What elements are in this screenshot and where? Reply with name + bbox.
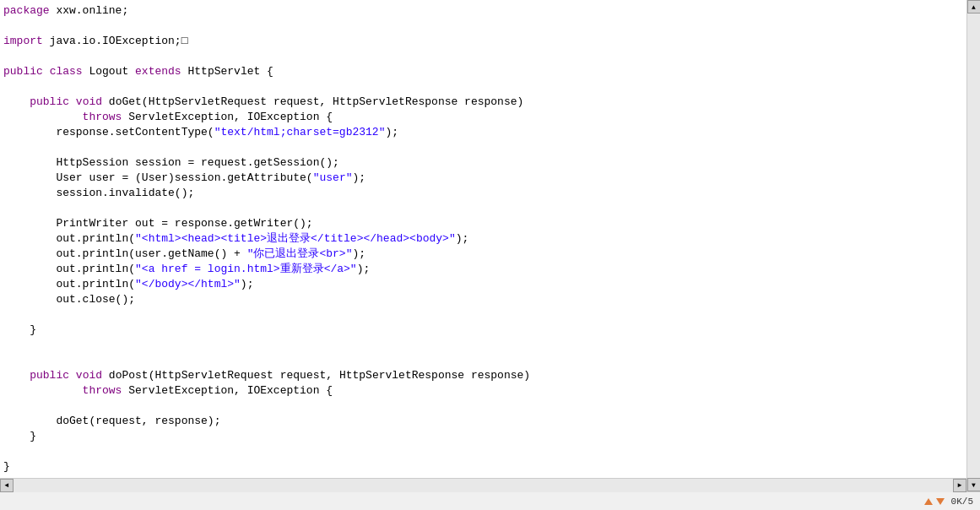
line-content: package xxw.online; [0, 3, 973, 19]
token-plain: out.println( [3, 232, 135, 245]
line-content: session.invalidate(); [0, 186, 973, 201]
token-plain: ); [352, 171, 365, 184]
line-content [0, 79, 973, 95]
line-content: throws ServletException, IOException { [0, 383, 973, 399]
token-plain: PrintWriter out = response.getWriter(); [3, 217, 313, 230]
scroll-down-button[interactable]: ▼ [967, 478, 981, 491]
vertical-scrollbar[interactable]: ▲ ▼ [966, 0, 980, 491]
token-plain: doPost(HttpServletRequest request, HttpS… [102, 369, 530, 382]
token-plain [69, 369, 76, 382]
line-content: doGet(request, response); [0, 414, 973, 429]
status-icons [924, 498, 945, 505]
line-content: User user = (User)session.getAttribute("… [0, 171, 973, 186]
token-plain: ); [456, 232, 469, 245]
line-content: } [0, 429, 973, 444]
line-content: out.println("<html><head><title>退出登录</ti… [0, 231, 973, 247]
code-line: public void doGet(HttpServletRequest req… [0, 95, 980, 110]
token-string: "<html><head><title>退出登录</title></head><… [135, 232, 456, 245]
line-content: public void doGet(HttpServletRequest req… [0, 95, 973, 110]
line-content: throws ServletException, IOException { [0, 110, 973, 125]
line-content [0, 140, 973, 155]
line-content: out.close(); [0, 292, 973, 307]
line-content [0, 201, 973, 216]
scroll-track-h[interactable] [14, 479, 953, 492]
code-line [0, 399, 980, 414]
scroll-up-button[interactable]: ▲ [967, 0, 981, 14]
token-plain: response.setContentType( [3, 126, 214, 138]
token-plain: ); [357, 263, 371, 275]
code-line [0, 79, 980, 95]
code-line: throws ServletException, IOException { [0, 383, 980, 399]
status-counter: 0K/5 [951, 496, 973, 507]
token-string: "</body></html>" [135, 278, 241, 290]
scroll-track-v[interactable] [967, 14, 981, 478]
token-plain [43, 65, 50, 78]
token-string: "text/html;charset=gb2312" [214, 126, 386, 138]
code-lines: package xxw.online; import java.io.IOExc… [0, 3, 980, 491]
token-plain: java.io.IOException; [43, 35, 181, 47]
token-string: "user" [313, 171, 353, 184]
code-line: response.setContentType("text/html;chars… [0, 125, 980, 140]
code-line: out.println("</body></html>"); [0, 277, 980, 292]
token-string: "<a href = login.html>重新登录</a>" [135, 263, 357, 275]
line-content [0, 399, 973, 414]
token-plain [69, 95, 76, 108]
token-kw: import [3, 35, 43, 47]
code-line: } [0, 459, 980, 475]
line-content: } [0, 323, 973, 338]
horizontal-scrollbar[interactable]: ◄ ► [0, 478, 966, 491]
token-plain: Logout [83, 65, 135, 78]
token-kw: throws [3, 111, 122, 123]
line-content [0, 338, 973, 353]
code-line [0, 19, 980, 34]
code-line: doGet(request, response); [0, 414, 980, 429]
line-content: } [0, 459, 973, 475]
line-content: out.println("<a href = login.html>重新登录</… [0, 262, 973, 277]
line-content: public void doPost(HttpServletRequest re… [0, 368, 973, 383]
code-line [0, 140, 980, 155]
code-line [0, 201, 980, 216]
code-line: session.invalidate(); [0, 186, 980, 201]
token-kw: void [76, 369, 102, 382]
scroll-left-button[interactable]: ◄ [0, 479, 14, 492]
token-kw: public [3, 95, 69, 108]
token-kw: public [3, 369, 69, 382]
line-content [0, 49, 973, 64]
token-plain: doGet(HttpServletRequest request, HttpSe… [102, 95, 523, 108]
token-plain: ); [385, 126, 398, 138]
token-plain: User user = (User)session.getAttribute( [3, 171, 313, 184]
token-plain: doGet(request, response); [3, 415, 220, 427]
token-string: "你已退出登录<br>" [247, 247, 353, 260]
code-line: public class Logout extends HttpServlet … [0, 64, 980, 79]
token-plain: ServletException, IOException { [122, 384, 333, 397]
code-line: package xxw.online; [0, 3, 980, 19]
code-line: out.println("<a href = login.html>重新登录</… [0, 262, 980, 277]
code-area[interactable]: package xxw.online; import java.io.IOExc… [0, 0, 980, 491]
token-plain: out.println(user.getName() + [3, 247, 247, 260]
token-plain: } [3, 460, 10, 473]
token-plain: ServletException, IOException { [122, 111, 333, 123]
token-kw: extends [135, 65, 181, 78]
code-line: } [0, 429, 980, 444]
code-line: out.close(); [0, 292, 980, 307]
code-line: HttpSession session = request.getSession… [0, 155, 980, 171]
scroll-right-button[interactable]: ► [953, 479, 966, 492]
token-plain: session.invalidate(); [3, 187, 194, 199]
code-line: public void doPost(HttpServletRequest re… [0, 368, 980, 383]
code-line: throws ServletException, IOException { [0, 110, 980, 125]
code-line: PrintWriter out = response.getWriter(); [0, 216, 980, 231]
token-plain: out.println( [3, 278, 135, 290]
line-content [0, 307, 973, 323]
token-kw: throws [3, 384, 122, 397]
token-plain: } [3, 323, 36, 336]
code-line [0, 338, 980, 353]
status-bar: 0K/5 [0, 491, 980, 510]
token-plain: out.close(); [3, 293, 135, 306]
token-kw: void [76, 95, 102, 108]
code-line [0, 444, 980, 459]
line-content [0, 444, 973, 459]
code-line: out.println("<html><head><title>退出登录</ti… [0, 231, 980, 247]
token-plain: HttpServlet { [181, 65, 273, 78]
token-plain: out.println( [3, 263, 135, 275]
token-kw: public [3, 65, 43, 78]
